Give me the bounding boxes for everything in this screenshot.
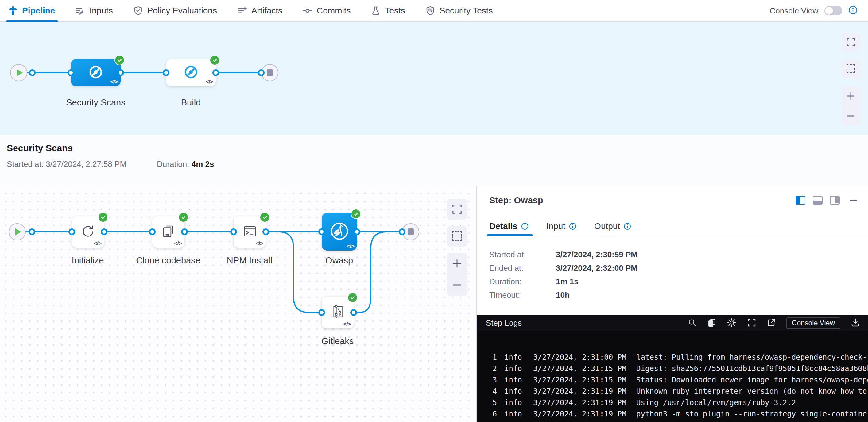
success-check-icon — [210, 55, 220, 65]
minimize-panel-button[interactable] — [850, 200, 857, 201]
log-line-number: 5 — [483, 398, 497, 407]
copy-icon[interactable] — [707, 318, 716, 328]
port — [163, 69, 169, 76]
layout-bottom-panel-icon[interactable] — [813, 196, 823, 204]
settings-gear-icon[interactable] — [727, 318, 737, 329]
step-panel-tabs: Details Input Output — [477, 217, 868, 236]
tab-details[interactable]: Details — [489, 217, 529, 235]
top-nav: Pipeline Inputs Policy Evaluations Artif… — [0, 0, 868, 22]
tab-commits[interactable]: Commits — [303, 0, 350, 22]
success-check-icon — [260, 212, 270, 222]
tab-label: Output — [594, 221, 620, 231]
owasp-icon — [328, 220, 351, 244]
download-icon[interactable] — [851, 318, 860, 328]
step-details-panel: Step: Owasp Details Input Output — [477, 187, 868, 422]
step-card-npm-install[interactable]: </> — [234, 216, 266, 248]
log-timestamp: 3/27/2024, 2:31:15 PM — [533, 364, 628, 373]
console-view-label: Console View — [770, 6, 818, 15]
log-timestamp: 3/27/2024, 2:31:19 PM — [533, 410, 628, 418]
terminal-icon — [242, 223, 258, 241]
zoom-in-button[interactable] — [842, 86, 860, 106]
tab-policy-evaluations[interactable]: Policy Evaluations — [133, 0, 217, 22]
marquee-select-button[interactable] — [842, 60, 860, 78]
open-in-new-icon[interactable] — [767, 318, 776, 328]
tab-label: Input — [546, 221, 565, 231]
tab-pipeline[interactable]: Pipeline — [8, 0, 55, 22]
git-commit-icon — [303, 6, 312, 15]
duration-value: 4m 2s — [191, 160, 214, 169]
pipeline-icon — [8, 6, 18, 15]
tab-tests[interactable]: Tests — [371, 0, 405, 22]
log-line-number: 1 — [483, 353, 497, 362]
stage-card-security-scans[interactable]: </> — [71, 59, 121, 86]
log-line-number: 6 — [483, 410, 497, 418]
search-icon[interactable] — [687, 318, 697, 328]
fullscreen-icon[interactable] — [747, 318, 756, 328]
log-level: info — [504, 376, 524, 384]
stage-label: Security Scans — [43, 98, 148, 108]
port — [181, 228, 188, 235]
log-timestamp: 3/27/2024, 2:31:00 PM — [533, 353, 628, 362]
edge — [19, 72, 270, 73]
console-view-toggle[interactable] — [825, 6, 842, 15]
detail-value: 1m 1s — [556, 277, 579, 287]
marquee-icon — [846, 64, 855, 73]
flask-icon — [371, 6, 381, 15]
log-level: info — [504, 410, 524, 418]
port — [149, 228, 156, 235]
log-output[interactable]: 1 info 3/27/2024, 2:31:00 PM latest: Pul… — [477, 331, 868, 420]
success-check-icon — [98, 212, 108, 222]
tab-inputs[interactable]: Inputs — [75, 0, 113, 22]
log-level: info — [504, 364, 524, 373]
layout-left-panel-icon[interactable] — [796, 196, 805, 204]
tab-input[interactable]: Input — [546, 217, 577, 235]
fullscreen-button[interactable] — [842, 33, 860, 52]
log-timestamp: 3/27/2024, 2:31:19 PM — [533, 398, 628, 407]
port — [68, 228, 75, 235]
port — [29, 228, 35, 235]
detail-row: Duration: 1m 1s — [489, 275, 638, 288]
log-line-number: 2 — [483, 364, 497, 373]
success-check-icon — [115, 55, 125, 65]
stage-info-title: Security Scans — [7, 143, 73, 153]
start-node — [10, 64, 27, 81]
log-timestamp: 3/27/2024, 2:31:19 PM — [533, 387, 628, 396]
stage-card-build[interactable]: </> — [166, 59, 216, 86]
success-check-icon — [178, 212, 188, 222]
step-card-initialize[interactable]: </> — [72, 216, 104, 248]
info-icon[interactable] — [848, 5, 858, 16]
tab-output[interactable]: Output — [594, 217, 631, 235]
log-message: Unknown ruby interpreter version (do not… — [636, 387, 868, 396]
layout-right-panel-icon[interactable] — [830, 196, 840, 204]
step-card-gitleaks[interactable]: </> — [322, 297, 353, 328]
codebase-icon — [160, 223, 177, 241]
port — [29, 69, 36, 76]
code-badge: </> — [111, 78, 118, 85]
stage-graph-canvas: </> </> Security Scans Build — [0, 22, 868, 135]
log-line: 2 info 3/27/2024, 2:31:15 PM Digest: sha… — [483, 363, 868, 374]
step-logs-header: Step Logs — [477, 315, 868, 331]
step-logs-toolbar: Console View — [687, 317, 860, 329]
info-icon — [624, 223, 631, 230]
port — [318, 228, 325, 235]
console-view-button[interactable]: Console View — [786, 317, 840, 329]
detail-label: Started at: — [489, 250, 556, 259]
detail-row: Timeout: 10h — [489, 288, 638, 302]
port — [399, 228, 405, 235]
detail-row: Started at: 3/27/2024, 2:30:59 PM — [489, 248, 638, 261]
play-icon — [17, 69, 23, 76]
log-level: info — [504, 353, 524, 362]
log-level: info — [504, 398, 524, 407]
nav-tab-label: Policy Evaluations — [147, 6, 217, 15]
tab-security-tests[interactable]: Security Tests — [425, 0, 493, 22]
port — [212, 69, 219, 76]
port — [117, 69, 124, 76]
step-card-clone-codebase[interactable]: </> — [152, 216, 184, 248]
zoom-out-button[interactable] — [842, 106, 860, 126]
step-logs-panel: Step Logs — [477, 315, 868, 422]
detail-label: Duration: — [489, 277, 556, 287]
nav-tab-label: Inputs — [89, 6, 113, 15]
tab-artifacts[interactable]: Artifacts — [237, 0, 282, 22]
step-card-owasp[interactable]: </> — [322, 213, 357, 251]
step-graph-canvas: </> </> </> — [0, 187, 477, 422]
